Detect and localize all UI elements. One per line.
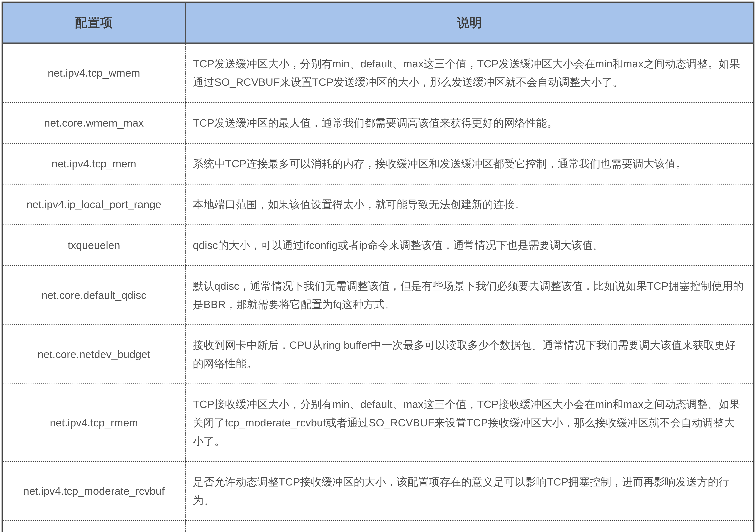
table-row: net.ipv4.tcp_moderate_rcvbuf 是否允许动态调整TCP…	[2, 462, 754, 521]
description-cell: 是否允许动态调整TCP接收缓冲区的大小，该配置项存在的意义是可以影响TCP拥塞控…	[185, 462, 754, 521]
config-cell: net.core.default_qdisc	[2, 266, 185, 325]
table-row: net.core.rmem_max TCP接收缓冲区的最大值，通常我们都需要调高…	[2, 521, 754, 532]
description-cell: 本地端口范围，如果该值设置得太小，就可能导致无法创建新的连接。	[185, 184, 754, 225]
description-cell: TCP发送缓冲区的最大值，通常我们都需要调高该值来获得更好的网络性能。	[185, 103, 754, 143]
description-cell: qdisc的大小，可以通过ifconfig或者ip命令来调整该值，通常情况下也是…	[185, 225, 754, 266]
table-row: net.ipv4.ip_local_port_range 本地端口范围，如果该值…	[2, 184, 754, 225]
table-row: net.ipv4.tcp_mem 系统中TCP连接最多可以消耗的内存，接收缓冲区…	[2, 143, 754, 184]
config-cell: net.core.rmem_max	[2, 521, 185, 532]
network-config-table: 配置项 说明 net.ipv4.tcp_wmem TCP发送缓冲区大小，分别有m…	[2, 2, 754, 532]
table-body: net.ipv4.tcp_wmem TCP发送缓冲区大小，分别有min、defa…	[2, 43, 754, 532]
description-cell: 接收到网卡中断后，CPU从ring buffer中一次最多可以读取多少个数据包。…	[185, 325, 754, 384]
description-cell: TCP接收缓冲区的最大值，通常我们都需要调高该值来获得更好的网络性能。	[185, 521, 754, 532]
config-cell: net.core.netdev_budget	[2, 325, 185, 384]
description-cell: 系统中TCP连接最多可以消耗的内存，接收缓冲区和发送缓冲区都受它控制，通常我们也…	[185, 143, 754, 184]
table-header: 配置项 说明	[2, 2, 754, 43]
config-cell: txqueuelen	[2, 225, 185, 266]
description-cell: TCP接收缓冲区大小，分别有min、default、max这三个值，TCP接收缓…	[185, 384, 754, 462]
table-row: net.core.default_qdisc 默认qdisc，通常情况下我们无需…	[2, 266, 754, 325]
table-row: net.ipv4.tcp_rmem TCP接收缓冲区大小，分别有min、defa…	[2, 384, 754, 462]
description-cell: 默认qdisc，通常情况下我们无需调整该值，但是有些场景下我们必须要去调整该值，…	[185, 266, 754, 325]
config-cell: net.ipv4.tcp_mem	[2, 143, 185, 184]
config-cell: net.ipv4.tcp_moderate_rcvbuf	[2, 462, 185, 521]
description-cell: TCP发送缓冲区大小，分别有min、default、max这三个值，TCP发送缓…	[185, 43, 754, 103]
table-row: net.core.netdev_budget 接收到网卡中断后，CPU从ring…	[2, 325, 754, 384]
config-cell: net.core.wmem_max	[2, 103, 185, 143]
table-row: txqueuelen qdisc的大小，可以通过ifconfig或者ip命令来调…	[2, 225, 754, 266]
config-cell: net.ipv4.ip_local_port_range	[2, 184, 185, 225]
table-row: net.core.wmem_max TCP发送缓冲区的最大值，通常我们都需要调高…	[2, 103, 754, 143]
config-cell: net.ipv4.tcp_wmem	[2, 43, 185, 103]
page: 配置项 说明 net.ipv4.tcp_wmem TCP发送缓冲区大小，分别有m…	[0, 0, 756, 532]
config-cell: net.ipv4.tcp_rmem	[2, 384, 185, 462]
description-column-header: 说明	[185, 2, 754, 43]
header-row: 配置项 说明	[2, 2, 754, 43]
table-row: net.ipv4.tcp_wmem TCP发送缓冲区大小，分别有min、defa…	[2, 43, 754, 103]
config-column-header: 配置项	[2, 2, 185, 43]
